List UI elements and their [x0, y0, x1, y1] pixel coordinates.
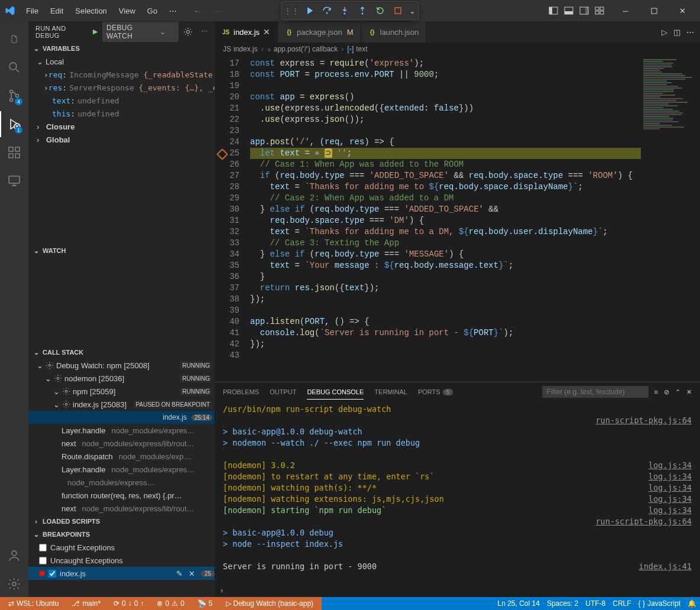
menu-edit[interactable]: Edit	[46, 4, 68, 18]
callstack-row[interactable]: ⌄npm [25059]RUNNING	[28, 385, 215, 398]
status-remote[interactable]: ⇄WSL: Ubuntu	[5, 597, 62, 610]
gear-icon[interactable]	[183, 27, 193, 37]
activity-extensions-button[interactable]	[0, 139, 28, 166]
layout-panel-icon[interactable]	[562, 4, 576, 18]
filter-icon[interactable]: ≡	[654, 388, 658, 395]
run-file-icon[interactable]: ▷	[662, 28, 667, 37]
play-icon[interactable]: ▶	[93, 28, 98, 35]
nav-forward-button[interactable]: →	[210, 4, 224, 18]
status-eol[interactable]: CRLF	[609, 597, 634, 610]
watch-section-header[interactable]: ⌄WATCH	[28, 244, 215, 257]
variable-row[interactable]: this: undefined	[28, 107, 215, 120]
minimap[interactable]	[641, 56, 700, 382]
status-language[interactable]: { }JavaScript	[635, 597, 684, 610]
tab-debug-console[interactable]: DEBUG CONSOLE	[307, 385, 364, 400]
menu-view[interactable]: View	[114, 4, 140, 18]
console-filter-input[interactable]	[542, 386, 649, 398]
loaded-scripts-section-header[interactable]: ›LOADED SCRIPTS	[28, 515, 215, 528]
split-editor-icon[interactable]: ◫	[673, 28, 680, 37]
editor-tab[interactable]: {}launch.json	[361, 21, 427, 43]
status-notifications-icon[interactable]: 🔔	[684, 597, 700, 610]
debug-toolbar-grip[interactable]: ⋮⋮	[285, 4, 298, 17]
debug-toolbar-picker[interactable]: ⌄	[409, 4, 415, 17]
debug-step-into-button[interactable]	[338, 4, 351, 17]
debug-console-repl-input[interactable]: ›	[215, 583, 700, 597]
status-spaces[interactable]: Spaces: 2	[543, 597, 582, 610]
editor-tab[interactable]: JSindex.js✕	[215, 21, 278, 43]
global-scope[interactable]: › Global	[28, 133, 215, 146]
menu-selection[interactable]: Selection	[70, 4, 111, 18]
status-problems[interactable]: ⊗0 ⚠0	[153, 597, 187, 610]
status-sync[interactable]: ⟳0↓ 0↑	[110, 597, 147, 610]
status-cursor-pos[interactable]: Ln 25, Col 14	[494, 597, 543, 610]
debug-restart-button[interactable]	[374, 4, 387, 17]
callstack-row[interactable]: Layer.handlenode_modules/expres…	[28, 424, 215, 437]
layout-secondary-sidebar-icon[interactable]	[577, 4, 591, 18]
variable-row[interactable]: ›res: ServerResponse {_events: {…}, _ev…	[28, 81, 215, 94]
debug-continue-button[interactable]	[303, 4, 316, 17]
callstack-row[interactable]: ⌄index.js [25083]PAUSED ON BREAKPOINT	[28, 398, 215, 411]
tab-ports[interactable]: PORTS5	[418, 385, 453, 399]
tab-problems[interactable]: PROBLEMS	[223, 385, 259, 399]
callstack-section-header[interactable]: ⌄CALL STACK	[28, 346, 215, 359]
variable-row[interactable]: ›req: IncomingMessage {_readableState: …	[28, 68, 215, 81]
status-ports[interactable]: 📡5	[194, 597, 216, 610]
debug-step-over-button[interactable]	[320, 4, 333, 17]
nav-back-button[interactable]: ←	[190, 4, 204, 18]
tab-terminal[interactable]: TERMINAL	[374, 385, 407, 399]
callstack-row[interactable]: Layer.handlenode_modules/expres…	[28, 463, 215, 476]
status-debug-session[interactable]: ▷Debug Watch (basic-app)	[222, 597, 317, 610]
editor-tab[interactable]: {}package.jsonM	[278, 21, 361, 43]
menu-overflow[interactable]: ⋯	[164, 4, 182, 18]
debug-config-select[interactable]: Debug Watch ⌄	[102, 22, 179, 42]
callstack-row[interactable]: function router(req, res, next) {.pr…	[28, 489, 215, 502]
more-icon[interactable]: ⋯	[686, 28, 694, 37]
debug-stop-button[interactable]	[391, 4, 404, 17]
activity-scm-button[interactable]: 4	[0, 83, 28, 109]
callstack-row[interactable]: index.js25:14	[28, 411, 215, 424]
local-scope[interactable]: ⌄Local	[28, 55, 215, 68]
edit-icon[interactable]: ✎	[176, 569, 183, 578]
checkbox[interactable]	[39, 544, 47, 551]
activity-search-button[interactable]	[0, 54, 28, 80]
variables-section-header[interactable]: ⌄VARIABLES	[28, 42, 215, 55]
activity-settings-button[interactable]	[0, 571, 28, 597]
status-branch[interactable]: ⎇main*	[68, 597, 104, 610]
window-close-button[interactable]: ✕	[669, 0, 695, 21]
breakpoint-file-indexjs[interactable]: index.js ✎ ✕ 25	[28, 567, 215, 580]
debug-console-body[interactable]: /usr/bin/npm run-script debug-watchrun-s…	[215, 401, 700, 583]
breakpoint-caught-exceptions[interactable]: Caught Exceptions	[28, 541, 215, 554]
debug-step-out-button[interactable]	[356, 4, 369, 17]
activity-remote-explorer-button[interactable]	[0, 168, 28, 194]
activity-explorer-button[interactable]	[0, 26, 28, 52]
checkbox[interactable]	[48, 570, 56, 577]
layout-customize-icon[interactable]	[592, 4, 607, 18]
breakpoints-section-header[interactable]: ⌄BREAKPOINTS	[28, 528, 215, 541]
activity-debug-button[interactable]: 1	[0, 111, 28, 137]
window-minimize-button[interactable]: ─	[612, 0, 639, 21]
callstack-row[interactable]: Route.dispatchnode_modules/exp…	[28, 450, 215, 463]
window-maximize-button[interactable]	[641, 0, 667, 21]
breakpoint-uncaught-exceptions[interactable]: Uncaught Exceptions	[28, 554, 215, 567]
close-icon[interactable]: ✕	[189, 569, 195, 578]
close-icon[interactable]: ✕	[263, 27, 270, 37]
maximize-panel-icon[interactable]: ⌃	[675, 388, 680, 396]
status-encoding[interactable]: UTF-8	[582, 597, 609, 610]
menu-go[interactable]: Go	[142, 4, 162, 18]
callstack-row[interactable]: nextnode_modules/express/lib/rout…	[28, 437, 215, 450]
code-editor[interactable]: 1718192021222324252627282930313233343536…	[215, 56, 700, 382]
menu-file[interactable]: File	[21, 4, 43, 18]
callstack-row[interactable]: nextnode_modules/express/lib/rout…	[28, 502, 215, 515]
closure-scope[interactable]: › Closure	[28, 120, 215, 133]
callstack-row[interactable]: ⌄nodemon [25036]RUNNING	[28, 372, 215, 385]
more-icon[interactable]: ⋯	[201, 28, 208, 35]
tab-output[interactable]: OUTPUT	[270, 385, 296, 399]
activity-accounts-button[interactable]	[0, 543, 28, 569]
close-panel-icon[interactable]: ✕	[686, 388, 692, 396]
layout-primary-sidebar-icon[interactable]	[546, 4, 560, 18]
callstack-row[interactable]: ⌄Debug Watch: npm [25008]RUNNING	[28, 359, 215, 372]
callstack-row[interactable]: node_modules/express…	[28, 476, 215, 489]
variable-row[interactable]: text: undefined	[28, 94, 215, 107]
checkbox[interactable]	[39, 557, 47, 564]
breadcrumb[interactable]: JSindex.js › ⬨app.post('/') callback › […	[215, 43, 700, 56]
